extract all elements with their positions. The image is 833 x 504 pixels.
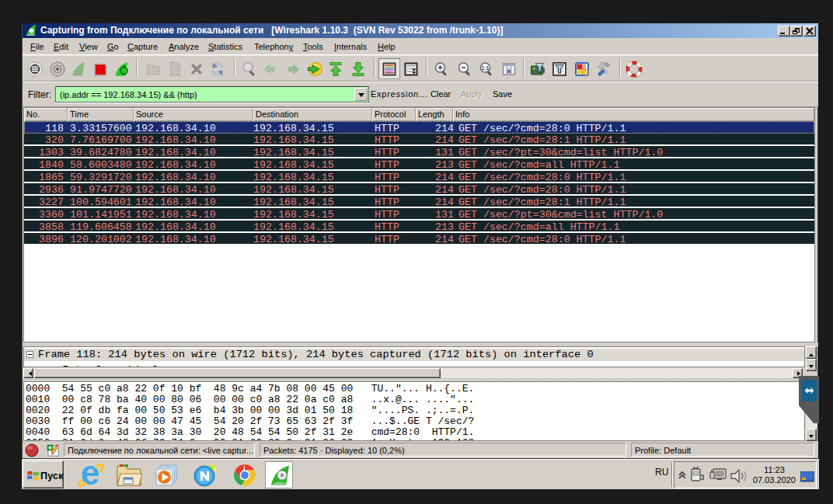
svg-text:1:1: 1:1	[482, 65, 490, 71]
